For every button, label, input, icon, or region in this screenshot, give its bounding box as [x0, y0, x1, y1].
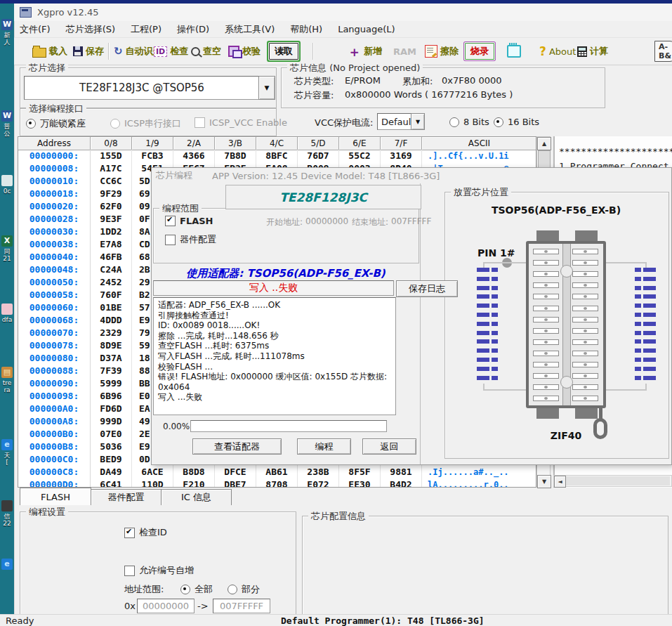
erase-button[interactable]: 擦除 — [425, 38, 459, 65]
table-row[interactable]: 000000C8:DA496ACEB8D8DFCEAB61238B8F5F988… — [18, 466, 536, 478]
hex-value-cell: 01BE — [91, 301, 132, 314]
add-button[interactable]: ＋ 新增 — [348, 38, 382, 65]
verify-button[interactable]: 校验 — [228, 38, 261, 65]
tab-device-config[interactable]: 器件配置 — [91, 489, 162, 505]
dialog-chip-name: TE28F128J3C — [225, 185, 421, 209]
menu-item[interactable]: 芯片选择(S) — [66, 23, 115, 36]
plus-icon: ＋ — [348, 45, 361, 58]
calc-button[interactable]: 计算 — [577, 38, 608, 65]
hex-address-cell: 00000068: — [18, 314, 91, 327]
program-button[interactable]: 编程 — [297, 438, 351, 455]
radio-zif-socket[interactable]: 万能锁紧座 — [26, 117, 86, 130]
burn-button[interactable]: 烧录 — [465, 38, 494, 65]
radio-8bits[interactable]: 8 Bits — [449, 117, 489, 127]
device-config-label: 器件配置 — [180, 233, 216, 246]
desktop-icon-label: 信 22 — [1, 513, 13, 527]
hex-header-cell[interactable]: 2/A — [173, 137, 215, 150]
swoosh-desktop-icon[interactable]: e — [1, 559, 13, 570]
menu-item[interactable]: 工程(P) — [131, 23, 162, 36]
hex-header-cell[interactable]: 3/B — [215, 137, 256, 150]
window-titlebar[interactable]: Xgpro v12.45 — [14, 4, 672, 21]
id-badge-icon: ID — [154, 46, 167, 57]
icsp-vcc-checkbox[interactable]: ICSP_VCC Enable — [195, 117, 287, 128]
address-from-input[interactable]: 00000000 — [137, 599, 195, 613]
view-adapter-button[interactable]: 查看适配器 — [192, 438, 282, 455]
chip-select-combobox[interactable]: TE28F128J3C @TSOP56 — [24, 76, 260, 100]
pink-desktop-icon[interactable] — [1, 304, 13, 315]
photo-desktop-icon[interactable] — [1, 175, 13, 186]
icsp-vcc-label: ICSP_VCC Enable — [209, 117, 287, 128]
save-log-button[interactable]: 保存日志 — [396, 280, 458, 297]
chip-tool-button[interactable] — [507, 38, 521, 65]
panel-horizontal-scrollbar[interactable]: ◄ — [553, 475, 672, 487]
ram-button[interactable]: RAM — [393, 38, 416, 65]
menu-item[interactable]: 系统工具(V) — [225, 23, 275, 36]
menu-item[interactable]: Language(L) — [338, 24, 395, 34]
rar-desktop-icon[interactable]: ▤ — [1, 367, 13, 378]
load-button[interactable]: 载入 — [32, 38, 67, 65]
word-desktop-icon[interactable]: W — [1, 110, 13, 122]
about-button[interactable]: ? About — [539, 38, 576, 65]
scroll-up-icon[interactable]: ▲ — [537, 137, 551, 150]
id-check-button[interactable]: ID 检查 — [154, 38, 188, 65]
vcc-combobox[interactable]: Default — [377, 113, 416, 130]
address-to-input[interactable]: 007FFFFF — [213, 599, 270, 613]
tab-ic-info[interactable]: IC 信息 — [161, 489, 232, 505]
radio-range-all[interactable]: 全部 — [180, 583, 213, 596]
desktop-icon-label: tre ra — [1, 379, 13, 393]
pin-bar — [643, 304, 656, 308]
menu-item[interactable]: 操作(D) — [177, 23, 209, 36]
hex-header-cell[interactable]: 5/D — [298, 137, 339, 150]
table-row[interactable]: 000000D0:6C41110DF210DBE78708E072EE30B4D… — [18, 478, 536, 488]
hex-value-cell: 238B — [298, 466, 339, 478]
scrollbar-thumb[interactable] — [566, 476, 670, 485]
scroll-down-icon[interactable]: ▼ — [537, 475, 551, 488]
radio-icsp[interactable]: ICSP串行接口 — [110, 117, 181, 130]
tab-flash[interactable]: FLASH — [20, 488, 91, 505]
radio-range-part[interactable]: 部分 — [228, 583, 260, 596]
chip-info-group-label: 芯片信息 (No Project opened) — [287, 63, 423, 73]
device-config-checkbox[interactable]: 器件配置 — [165, 233, 216, 246]
radio-zif-label: 万能锁紧座 — [40, 117, 86, 130]
hex-header-cell[interactable]: 4/C — [256, 137, 298, 150]
screen: W新 人W普 公0cX同 21dfa▤tre rae天 [信 22e Xgpro… — [0, 0, 672, 626]
word-desktop-icon[interactable]: W — [1, 19, 13, 30]
rail-hole — [560, 376, 573, 389]
chip-type-label: 芯片类型: — [294, 75, 334, 88]
swoosh-desktop-icon[interactable]: e — [1, 439, 13, 450]
hex-address-cell: 00000020: — [18, 200, 91, 213]
blank-check-button[interactable]: 查空 — [191, 38, 221, 65]
vcc-dropdown-button[interactable]: ▼ — [411, 113, 425, 130]
save-button[interactable]: 保存 — [73, 38, 104, 65]
radio-icon — [180, 585, 190, 594]
flash-checkbox[interactable]: FLASH — [165, 216, 213, 226]
scroll-left-icon[interactable]: ◄ — [554, 476, 566, 488]
menu-item[interactable]: 帮助(H) — [290, 23, 322, 36]
chip-select-dropdown-button[interactable]: ▼ — [258, 76, 275, 100]
logic-gate-button[interactable]: A-B& — [654, 38, 672, 65]
address-range-label: 地址范围: — [124, 583, 164, 596]
hex-header-cell[interactable]: Address — [18, 137, 91, 150]
hex-header-cell[interactable]: ASCII — [422, 137, 536, 150]
menu-item[interactable]: 文件(F) — [20, 23, 51, 36]
hex-header-cell[interactable]: 7/F — [381, 137, 422, 150]
pin-bar — [477, 376, 489, 380]
excel-desktop-icon[interactable]: X — [1, 235, 13, 247]
dark-desktop-icon[interactable] — [1, 500, 13, 511]
hex-header-cell[interactable]: 6/E — [339, 137, 381, 150]
check-id-checkbox[interactable]: 检查ID — [124, 526, 167, 539]
hex-value-cell: 6B96 — [91, 390, 132, 403]
hex-value-cell: 9881 — [381, 466, 422, 478]
hex-header-cell[interactable]: 1/9 — [132, 137, 173, 150]
auto-increment-checkbox[interactable]: 允许编号自增 — [124, 564, 194, 577]
return-button[interactable]: 返回 — [362, 438, 416, 455]
pin-bar — [635, 348, 641, 353]
pin-bar — [477, 348, 489, 353]
radio-16bits[interactable]: 16 Bits — [494, 117, 539, 127]
operation-log[interactable]: 适配器: ADP_F56_EX-B ......OK引脚接触检查通过!ID: 0… — [153, 297, 396, 415]
table-row[interactable]: 00000000:155DFCB343667B8D8BFC76D755C2316… — [18, 150, 536, 162]
read-button[interactable]: 读取 — [269, 38, 298, 65]
dialog-titlebar[interactable]: 芯片编程 APP Version: 12.45 Device Model: T4… — [152, 168, 671, 183]
desktop-icons-strip[interactable]: W新 人W普 公0cX同 21dfa▤tre rae天 [信 22e — [0, 4, 14, 614]
hex-header-cell[interactable]: 0/8 — [91, 137, 132, 150]
